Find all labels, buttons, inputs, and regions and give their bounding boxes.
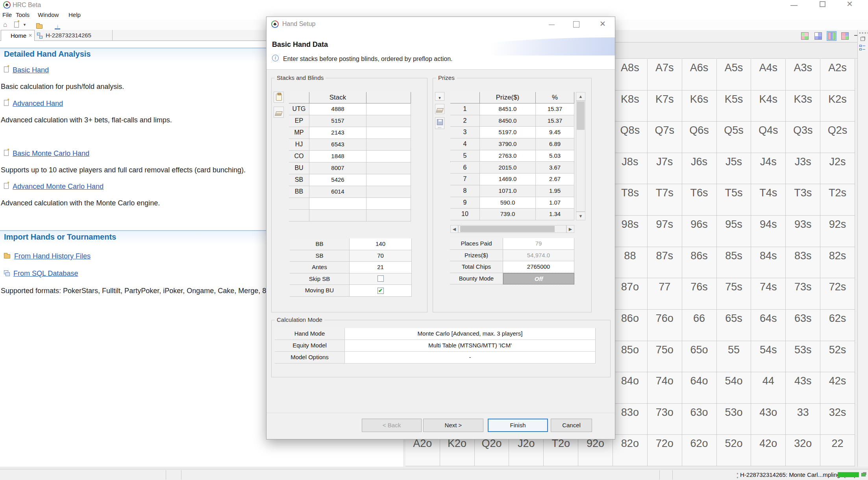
prize-amount-cell[interactable]: 2763.0 [480,150,536,162]
grid-cell-85o[interactable]: 85o [613,341,648,373]
grid-cell-74o[interactable]: 74o [648,372,682,404]
grid-cell-A5s[interactable]: A5s [717,59,751,90]
grid-cell-Q3s[interactable]: Q3s [786,122,820,153]
grid-cell-76o[interactable]: 76o [648,310,682,341]
paste-stacks-button[interactable] [274,92,284,103]
button-cancel[interactable]: Cancel [551,419,592,432]
tab-home[interactable]: Home✕ [1,30,35,41]
range-view-icon-4[interactable] [841,32,849,40]
range-view-icon-2[interactable] [814,32,822,40]
open-folder-icon[interactable] [36,24,43,29]
grid-cell-A7s[interactable]: A7s [648,59,682,90]
grid-cell-86o[interactable]: 86o [613,310,648,341]
grid-cell-53o[interactable]: 53o [717,404,751,435]
grid-cell-32o[interactable]: 32o [786,435,820,466]
grid-cell-A4s[interactable]: A4s [751,59,786,90]
prizes-scroll-left-button[interactable]: ◀ [450,225,458,233]
grid-cell-K8s[interactable]: K8s [613,90,648,122]
save-prizes-button[interactable] [435,117,444,129]
grid-cell-T4s[interactable]: T4s [751,184,786,216]
grid-cell-J4s[interactable]: J4s [751,153,786,185]
grid-cell-T2o[interactable]: T2o [544,435,578,466]
grid-cell-87s[interactable]: 87s [648,247,682,279]
dialog-minimize-button[interactable] [549,24,555,25]
stack-extra-cell[interactable] [366,174,411,186]
blind-value-cell[interactable]: 70 [350,250,412,262]
calc-row-value[interactable]: Monte Carlo [Advanced, max. 3 players] [345,328,596,340]
prizes-scroll-right-button[interactable]: ▶ [566,225,574,233]
prize-amount-cell[interactable]: 1469.0 [480,174,536,185]
summary-value-cell[interactable]: 2765000 [503,261,574,273]
calc-row-value[interactable]: - [345,352,596,364]
grid-cell-65o[interactable]: 65o [682,341,717,373]
prizes-scroll-up-button[interactable]: ▲ [576,92,585,101]
grid-cell-73s[interactable]: 73s [786,278,820,310]
prize-amount-cell[interactable]: 8451.0 [480,103,536,115]
button-finish[interactable]: Finish [488,419,548,432]
grid-cell-72s[interactable]: 72s [820,278,855,310]
grid-cell-83s[interactable]: 83s [786,247,820,279]
dropdown-icon[interactable]: ▼ [23,23,26,27]
menu-file[interactable]: File [2,11,12,18]
prize-percent-cell[interactable]: 3.67 [536,162,574,174]
grid-cell-Q2s[interactable]: Q2s [820,122,855,153]
grid-cell-62s[interactable]: 62s [820,310,855,341]
grid-cell-85s[interactable]: 85s [717,247,751,279]
grid-cell-Q5s[interactable]: Q5s [717,122,751,153]
grid-cell-54s[interactable]: 54s [751,341,786,373]
stack-extra-cell[interactable] [366,139,411,151]
summary-value-cell[interactable]: 54,974.0 [503,250,574,262]
drag-handle-icon[interactable]: ●●●● [859,31,868,35]
tab-hand-history[interactable]: H-228732314265 [35,30,113,41]
prize-amount-cell[interactable]: 2015.0 [480,162,536,174]
prizes-dropdown-button[interactable]: ▼ [435,92,444,101]
stack-value-cell[interactable]: 6014 [309,186,366,198]
grid-cell-84o[interactable]: 84o [613,372,648,404]
stack-extra-cell[interactable] [366,210,411,222]
grid-cell-83o[interactable]: 83o [613,404,648,435]
stack-value-cell[interactable] [309,198,366,210]
clear-stacks-button[interactable] [274,107,284,118]
grid-cell-96s[interactable]: 96s [682,216,717,247]
grid-cell-33[interactable]: 33 [786,404,820,435]
range-view-icon-1[interactable] [801,32,809,40]
prize-amount-cell[interactable]: 1071.0 [480,185,536,197]
grid-cell-32s[interactable]: 32s [820,404,855,435]
grid-cell-J2s[interactable]: J2s [820,153,855,185]
stack-value-cell[interactable]: 2143 [309,127,366,139]
grid-cell-63s[interactable]: 63s [786,310,820,341]
grid-cell-T7s[interactable]: T7s [648,184,682,216]
grid-cell-A2s[interactable]: A2s [820,59,855,90]
stack-value-cell[interactable]: 8007 [309,162,366,174]
stack-value-cell[interactable]: 1848 [309,151,366,162]
outline-view-icon[interactable] [859,45,866,51]
stack-value-cell[interactable]: 6543 [309,139,366,151]
grid-cell-92s[interactable]: 92s [820,216,855,247]
grid-cell-K2o[interactable]: K2o [440,435,475,466]
grid-cell-95s[interactable]: 95s [717,216,751,247]
grid-cell-43s[interactable]: 43s [786,372,820,404]
grid-cell-Q7s[interactable]: Q7s [648,122,682,153]
grid-cell-97s[interactable]: 97s [648,216,682,247]
prize-percent-cell[interactable]: 1.34 [536,209,574,220]
grid-cell-K3s[interactable]: K3s [786,90,820,122]
blind-value-cell[interactable]: 140 [350,238,412,250]
grid-cell-73o[interactable]: 73o [648,404,682,435]
grid-cell-88[interactable]: 88 [613,247,648,279]
checkbox-unchecked[interactable] [378,275,384,282]
grid-cell-75s[interactable]: 75s [717,278,751,310]
grid-cell-86s[interactable]: 86s [682,247,717,279]
grid-cell-74s[interactable]: 74s [751,278,786,310]
blind-value-cell[interactable]: 21 [350,262,412,273]
grid-cell-J8s[interactable]: J8s [613,153,648,185]
grid-cell-T6s[interactable]: T6s [682,184,717,216]
close-tab-icon[interactable]: ✕ [28,33,32,38]
grid-cell-A3s[interactable]: A3s [786,59,820,90]
prize-amount-cell[interactable]: 590.0 [480,197,536,209]
link-label[interactable]: Basic Hand [13,66,49,74]
stack-extra-cell[interactable] [366,151,411,162]
grid-cell-43o[interactable]: 43o [751,404,786,435]
blind-value-cell[interactable] [350,273,412,285]
prize-amount-cell[interactable]: 3790.0 [480,138,536,150]
new-hand-icon[interactable] [14,22,19,28]
